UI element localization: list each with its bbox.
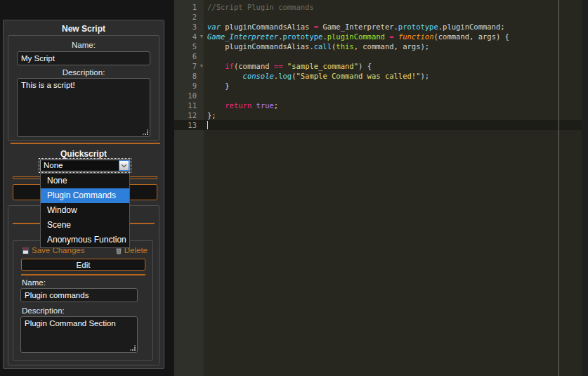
code-line: if(command == "sample_command") { <box>204 61 582 71</box>
line-number: 6 <box>174 51 204 61</box>
code-content: //Script Plugin commandsvar pluginComman… <box>204 2 582 130</box>
line-number: 8 <box>174 71 204 81</box>
quickscript-selected-value: None <box>41 160 129 171</box>
new-script-group: Name: Description: This is a script! <box>8 35 159 141</box>
edit-name-input[interactable] <box>20 288 138 302</box>
fold-arrow-icon[interactable]: ▼ <box>200 32 203 41</box>
edit-description-label: Description: <box>22 306 65 315</box>
edit-description-textarea[interactable]: Plugin Command Section <box>20 316 138 353</box>
line-number: 5 <box>174 41 204 51</box>
dropdown-option[interactable]: Window <box>41 203 129 218</box>
dropdown-option[interactable]: Anonymous Function <box>41 233 129 247</box>
description-textarea-wrap: This is a script! <box>17 78 150 137</box>
line-number: 2 <box>174 12 204 22</box>
line-number: 13 <box>174 120 204 130</box>
line-number: 12 <box>174 110 204 120</box>
separator <box>11 143 160 144</box>
description-textarea[interactable]: This is a script! <box>17 78 150 137</box>
dropdown-option[interactable]: Scene <box>41 218 129 233</box>
code-line <box>204 91 582 101</box>
line-number: 1 <box>174 2 204 12</box>
dropdown-option[interactable]: None <box>41 174 129 188</box>
editor-scrollbar[interactable] <box>582 0 588 376</box>
chevron-down-icon[interactable] <box>119 160 129 171</box>
line-numbers: 1234▼567▼8910111213 <box>174 2 204 130</box>
quickscript-dropdown-list: NonePlugin CommandsWindowSceneAnonymous … <box>40 173 130 248</box>
quickscript-select[interactable]: None <box>40 160 130 171</box>
line-number: 4▼ <box>174 32 204 41</box>
code-line: var pluginCommandsAlias = Game_Interpret… <box>204 22 582 32</box>
edit-button[interactable]: Edit <box>21 259 145 271</box>
save-icon <box>22 247 30 254</box>
code-line: }; <box>204 110 582 120</box>
name-label: Name: <box>8 41 159 49</box>
quickscript-label: Quickscript <box>4 149 164 159</box>
code-line: Game_Interpreter.prototype.pluginCommand… <box>204 32 582 41</box>
line-number: 10 <box>174 91 204 101</box>
edit-name-label: Name: <box>22 278 46 287</box>
code-line: pluginCommandsAlias.call(this, command, … <box>204 41 582 51</box>
code-line <box>204 51 582 61</box>
code-line: //Script Plugin commands <box>204 2 582 12</box>
code-line <box>204 12 582 22</box>
code-line: return true; <box>204 101 582 110</box>
fold-arrow-icon[interactable]: ▼ <box>200 62 203 70</box>
separator <box>21 274 145 275</box>
code-line <box>204 120 582 130</box>
code-line: } <box>204 81 582 91</box>
edit-script-inner-box: Save Changes Delete Edit Name: Descripti… <box>13 240 153 361</box>
line-number: 7▼ <box>174 61 204 71</box>
name-input[interactable] <box>17 51 150 65</box>
code-editor[interactable]: 1234▼567▼8910111213 //Script Plugin comm… <box>174 0 588 376</box>
line-number: 3 <box>174 22 204 32</box>
line-number: 11 <box>174 101 204 110</box>
code-line: console.log("Sample Command was called!"… <box>204 71 582 81</box>
text-cursor <box>207 121 208 129</box>
panel-title: New Script <box>4 24 164 34</box>
edit-description-wrap: Plugin Command Section <box>20 316 138 353</box>
dropdown-option[interactable]: Plugin Commands <box>41 188 129 203</box>
line-number: 9 <box>174 81 204 91</box>
description-label: Description: <box>8 68 159 77</box>
